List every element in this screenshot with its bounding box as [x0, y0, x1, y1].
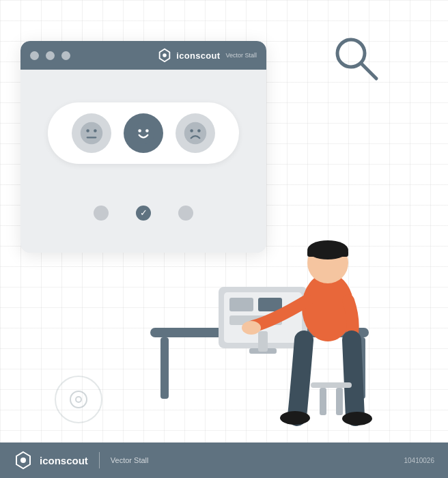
- rating-panel: [48, 102, 239, 164]
- svg-rect-33: [336, 388, 343, 415]
- browser-dot-1: [30, 51, 39, 60]
- bottom-logo-icon: [14, 451, 33, 470]
- svg-point-3: [86, 129, 89, 132]
- bottom-separator: [99, 452, 100, 468]
- iconscout-logo-icon: [157, 48, 172, 63]
- svg-point-4: [94, 129, 97, 132]
- svg-rect-27: [307, 250, 348, 257]
- svg-point-28: [242, 321, 261, 335]
- svg-point-7: [138, 129, 141, 132]
- svg-rect-32: [320, 388, 326, 415]
- content-area: iconscout Vector Stall: [0, 0, 448, 478]
- svg-point-35: [76, 397, 81, 402]
- browser-logo-sub: Vector Stall: [225, 52, 257, 59]
- svg-point-37: [20, 458, 26, 463]
- sad-face-svg: [183, 121, 208, 145]
- face-happy[interactable]: [124, 113, 163, 153]
- bottom-sublabel: Vector Stall: [111, 456, 149, 464]
- svg-point-9: [184, 122, 206, 143]
- bottom-brand-text: iconscout: [40, 455, 88, 466]
- svg-rect-23: [258, 331, 268, 352]
- browser-titlebar: iconscout Vector Stall: [20, 41, 266, 70]
- svg-point-34: [70, 391, 87, 408]
- svg-rect-20: [258, 298, 282, 311]
- watermark-circle: [55, 376, 102, 423]
- neutral-face-svg: [79, 121, 104, 145]
- magnify-icon: [332, 34, 380, 82]
- bottom-id: 10410026: [404, 457, 435, 464]
- svg-rect-31: [311, 382, 352, 388]
- browser-dot-3: [61, 51, 70, 60]
- happy-face-svg: [131, 121, 156, 145]
- bottom-bar: iconscout Vector Stall 10410026: [0, 442, 448, 478]
- face-sad[interactable]: [176, 113, 215, 153]
- browser-dot-2: [46, 51, 55, 60]
- svg-rect-19: [229, 298, 253, 311]
- svg-point-29: [280, 411, 310, 425]
- browser-logo-area: iconscout Vector Stall: [157, 48, 257, 63]
- svg-point-11: [197, 129, 201, 132]
- face-neutral[interactable]: [72, 113, 111, 153]
- browser-logo-text: iconscout: [176, 51, 220, 61]
- svg-point-8: [145, 129, 149, 132]
- svg-point-6: [132, 122, 154, 143]
- svg-point-10: [190, 129, 193, 132]
- main-container: iconscout Vector Stall: [0, 0, 448, 478]
- svg-rect-15: [160, 337, 169, 399]
- watermark-icon: [68, 389, 89, 410]
- svg-point-30: [342, 412, 372, 425]
- svg-point-2: [81, 122, 102, 143]
- svg-point-1: [163, 53, 167, 57]
- svg-line-13: [361, 64, 376, 79]
- scene-svg: [55, 157, 410, 444]
